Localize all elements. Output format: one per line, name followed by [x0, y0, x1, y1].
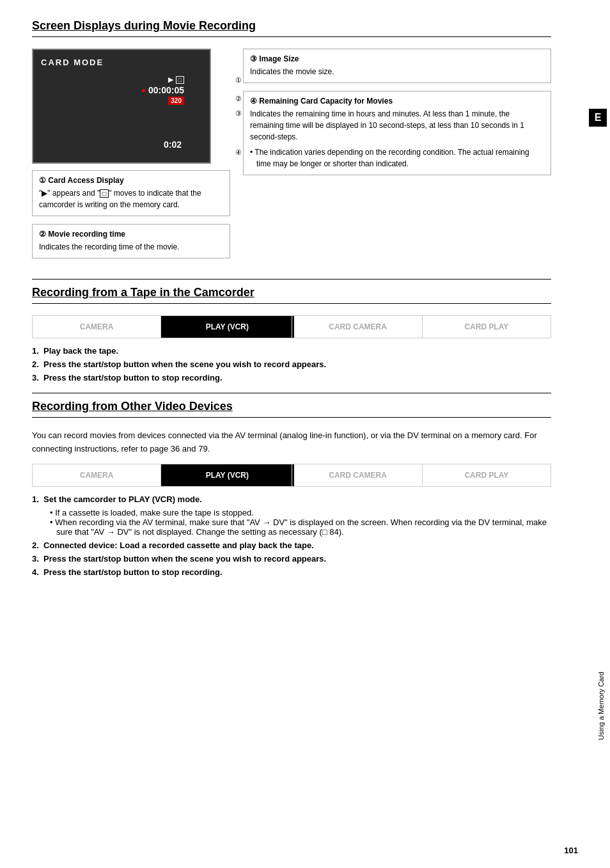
mode-camera-2: CAMERA: [33, 464, 161, 486]
image-size-text: Indicates the movie size.: [250, 66, 544, 77]
step-2-1: 1. Play back the tape.: [32, 346, 551, 356]
right-info: ③ Image Size Indicates the movie size. ④…: [243, 49, 551, 266]
mode-card-play-1: CARD PLAY: [423, 316, 551, 338]
step-2-3: 3. Press the start/stop button to stop r…: [32, 373, 551, 383]
image-size-badge: 320: [168, 97, 184, 105]
step-2-2: 2. Press the start/stop button when the …: [32, 359, 551, 369]
step-2-1-num: 1.: [32, 346, 43, 356]
step-3-3: 3. Press the start/stop button when the …: [32, 554, 551, 564]
section3-intro: You can record movies from devices conne…: [32, 429, 551, 456]
image-size-box: ③ Image Size Indicates the movie size.: [243, 49, 551, 83]
callout-4: ④: [235, 148, 242, 157]
e-badge: E: [589, 109, 607, 127]
remaining-capacity-box: ④ Remaining Card Capacity for Movies Ind…: [243, 91, 551, 175]
step-2-2-num: 2.: [32, 359, 43, 369]
step-3-1-num: 1.: [32, 494, 43, 504]
sidebar-label: Using a Memory Card: [597, 672, 605, 740]
section2-title: Recording from a Tape in the Camcorder: [32, 286, 551, 304]
movie-recording-box: ② Movie recording time Indicates the rec…: [32, 224, 230, 258]
camera-display: CARD MODE ▶ □ ● 00:00:05 320: [32, 49, 211, 164]
mode-play-vcr-2: PLAY (VCR): [163, 464, 292, 486]
image-size-title: ③ Image Size: [250, 54, 544, 63]
step-2-2-text: Press the start/stop button when the sce…: [43, 359, 326, 369]
page-number: 101: [564, 846, 578, 855]
mode-card-play-2: CARD PLAY: [423, 464, 551, 486]
card-symbol: □: [176, 76, 184, 84]
section3-divider: [32, 393, 551, 393]
mode-bar-2: CAMERA PLAY (VCR) CARD CAMERA CARD PLAY: [32, 464, 551, 487]
section3-title: Recording from Other Video Devices: [32, 400, 551, 418]
card-access-text: "▶" appears and "□" moves to indicate th…: [39, 187, 223, 210]
record-row: ● 00:00:05: [141, 85, 184, 95]
main-content: Screen Displays during Movie Recording C…: [32, 19, 551, 577]
step-3-1: 1. Set the camcorder to PLAY (VCR) mode.: [32, 494, 551, 504]
movie-recording-text: Indicates the recording time of the movi…: [39, 241, 223, 253]
card-mode-label: CARD MODE: [41, 58, 104, 67]
remaining-capacity-title: ④ Remaining Card Capacity for Movies: [250, 97, 544, 106]
play-arrow: ▶: [168, 75, 173, 84]
movie-recording-title: ② Movie recording time: [39, 230, 223, 239]
callout-2: ②: [235, 95, 242, 103]
section3-steps: 1. Set the camcorder to PLAY (VCR) mode.…: [32, 494, 551, 577]
mode-card-camera-1: CARD CAMERA: [294, 316, 423, 338]
top-section: CARD MODE ▶ □ ● 00:00:05 320: [32, 49, 551, 266]
step-2-3-num: 3.: [32, 373, 43, 383]
step-3-1-text: Set the camcorder to PLAY (VCR) mode.: [43, 494, 202, 504]
section2-steps: 1. Play back the tape. 2. Press the star…: [32, 346, 551, 383]
step-3-4-num: 4.: [32, 567, 43, 577]
step-3-2-num: 2.: [32, 541, 43, 550]
mode-play-vcr-1: PLAY (VCR): [163, 316, 292, 338]
step-2-3-text: Press the start/stop button to stop reco…: [43, 373, 223, 383]
remaining-capacity-bullet: • The indication varies depending on the…: [250, 146, 544, 170]
timecode: 00:00:05: [148, 85, 184, 95]
section1-title: Screen Displays during Movie Recording: [32, 19, 551, 37]
card-access-title: ① Card Access Display: [39, 176, 223, 185]
callout-1: ①: [235, 76, 242, 84]
section2-divider: [32, 279, 551, 280]
card-access-box: ① Card Access Display "▶" appears and "□…: [32, 170, 230, 216]
step-3-4: 4. Press the start/stop button to stop r…: [32, 567, 551, 577]
mode-card-camera-2: CARD CAMERA: [294, 464, 423, 486]
display-icons: ▶ □: [141, 75, 184, 84]
page-container: Screen Displays during Movie Recording C…: [0, 0, 610, 868]
step-3-3-text: Press the start/stop button when the sce…: [43, 554, 326, 564]
step-3-1-bullet-1: • If a cassette is loaded, make sure the…: [32, 508, 551, 517]
record-dot: ●: [141, 86, 146, 95]
step-2-1-text: Play back the tape.: [43, 346, 118, 356]
step-3-2-text: Connected device: Load a recorded casset…: [43, 541, 314, 550]
mode-camera-1: CAMERA: [33, 316, 161, 338]
remaining-time: 0:02: [164, 139, 182, 150]
step-3-4-text: Press the start/stop button to stop reco…: [43, 567, 223, 577]
image-size-row: 320: [141, 97, 184, 105]
step-3-2: 2. Connected device: Load a recorded cas…: [32, 541, 551, 550]
callout-numbers: ① ② ③ ④: [235, 76, 242, 157]
mode-bar-1: CAMERA PLAY (VCR) CARD CAMERA CARD PLAY: [32, 315, 551, 338]
step-3-3-num: 3.: [32, 554, 43, 564]
step-3-1-bullet-2: • When recording via the AV terminal, ma…: [32, 517, 551, 537]
remaining-capacity-text: Indicates the remaining time in hours an…: [250, 108, 544, 143]
callout-3: ③: [235, 109, 242, 118]
